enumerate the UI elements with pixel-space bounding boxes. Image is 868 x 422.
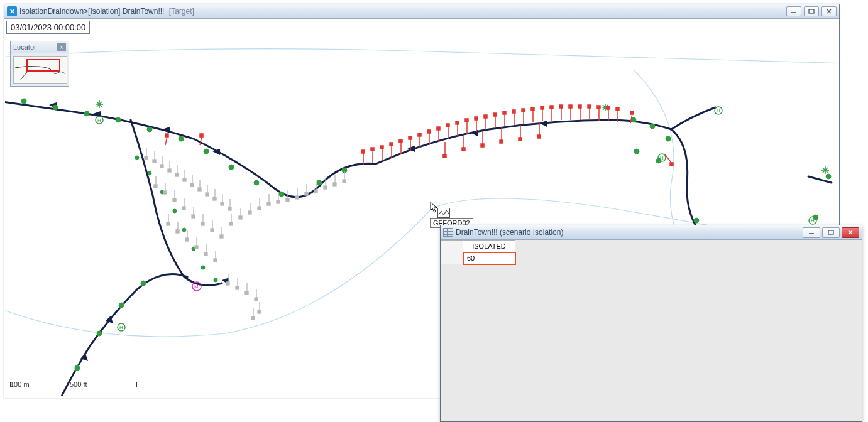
svg-rect-81: [190, 183, 194, 187]
svg-point-20: [204, 149, 209, 154]
locator-header[interactable]: Locator ×: [11, 41, 69, 53]
svg-rect-157: [251, 316, 255, 320]
svg-rect-71: [153, 160, 156, 163]
svg-rect-221: [500, 140, 503, 143]
svg-line-230: [165, 136, 167, 145]
cell-isolated-value[interactable]: 60: [463, 252, 515, 264]
svg-rect-129: [267, 202, 270, 205]
app-icon: ✕: [7, 6, 17, 16]
svg-rect-105: [211, 229, 214, 232]
svg-rect-189: [503, 111, 506, 114]
svg-rect-177: [446, 124, 449, 127]
svg-rect-107: [220, 235, 223, 238]
svg-rect-143: [333, 183, 336, 186]
grid-window: DrainTown!!! (scenario Isolation) ISOLAT…: [440, 225, 862, 422]
cursor-select-badge-icon: [437, 208, 450, 218]
minimize-button[interactable]: [786, 6, 801, 16]
svg-rect-197: [541, 106, 544, 109]
svg-rect-73: [160, 165, 163, 168]
table-row[interactable]: 60: [441, 252, 515, 264]
svg-rect-227: [630, 111, 634, 114]
svg-rect-237: [828, 230, 833, 234]
svg-rect-161: [371, 148, 374, 151]
map-window-titlebar[interactable]: ✕ IsolationDraindown>[Isolation] DrainTo…: [4, 4, 839, 19]
title-secondary: [Target]: [169, 7, 194, 16]
locator-viewport-rect[interactable]: [26, 59, 60, 72]
row-header[interactable]: [441, 252, 463, 264]
svg-text:H: H: [119, 325, 123, 330]
svg-rect-209: [597, 106, 600, 109]
svg-point-23: [279, 192, 284, 197]
grid-minimize-button[interactable]: [803, 227, 820, 238]
svg-rect-183: [475, 117, 478, 120]
svg-point-32: [201, 266, 205, 269]
timestamp-value: 03/01/2023 00:00:00: [11, 23, 85, 32]
svg-rect-175: [437, 127, 440, 130]
locator-body[interactable]: [11, 53, 69, 86]
svg-rect-181: [465, 119, 468, 122]
svg-rect-163: [380, 146, 383, 149]
svg-rect-101: [192, 215, 195, 218]
svg-point-22: [254, 180, 259, 185]
svg-rect-95: [163, 191, 167, 194]
svg-rect-77: [175, 173, 179, 176]
svg-rect-231: [165, 134, 168, 137]
svg-rect-85: [206, 193, 209, 196]
timestamp-box: 03/01/2023 00:00:00: [6, 21, 90, 34]
svg-rect-139: [314, 190, 317, 193]
table-header-row: ISOLATED: [441, 241, 515, 252]
svg-rect-193: [522, 109, 525, 112]
grid-maximize-button[interactable]: [822, 227, 840, 238]
grid-close-button[interactable]: [842, 227, 859, 238]
svg-rect-1: [809, 9, 814, 13]
svg-rect-211: [607, 106, 610, 109]
locator-minimap[interactable]: [13, 56, 67, 84]
maximize-button[interactable]: [804, 6, 819, 16]
locator-close-button[interactable]: ×: [57, 43, 66, 51]
grid-window-button-group: [803, 227, 859, 238]
svg-text:H: H: [717, 108, 720, 114]
svg-point-15: [53, 105, 58, 110]
svg-rect-141: [324, 186, 327, 189]
svg-rect-91: [228, 207, 231, 210]
svg-rect-223: [519, 138, 522, 141]
svg-rect-93: [154, 185, 157, 188]
grid-icon: [443, 228, 453, 237]
svg-rect-219: [481, 144, 484, 147]
grid-window-titlebar[interactable]: DrainTown!!! (scenario Isolation): [441, 225, 862, 240]
svg-rect-137: [305, 192, 308, 195]
svg-rect-147: [226, 282, 229, 285]
close-button[interactable]: [821, 6, 837, 16]
svg-point-41: [634, 149, 639, 154]
svg-text:M: M: [194, 284, 199, 289]
column-header-isolated[interactable]: ISOLATED: [463, 241, 515, 252]
svg-point-30: [182, 228, 186, 232]
locator-title: Locator: [13, 43, 57, 51]
svg-point-40: [666, 136, 671, 141]
corner-cell[interactable]: [441, 241, 463, 252]
svg-rect-135: [295, 196, 299, 199]
svg-point-21: [229, 165, 234, 170]
svg-point-33: [214, 278, 217, 282]
svg-rect-111: [176, 230, 179, 233]
data-grid[interactable]: ISOLATED 60: [441, 240, 515, 264]
svg-rect-217: [462, 148, 465, 151]
svg-rect-179: [456, 121, 459, 124]
svg-rect-225: [537, 135, 541, 138]
svg-rect-89: [221, 202, 224, 205]
svg-point-26: [135, 156, 139, 160]
svg-rect-145: [343, 180, 346, 183]
locator-panel[interactable]: Locator ×: [10, 41, 69, 87]
svg-rect-215: [443, 154, 446, 158]
svg-rect-133: [286, 198, 289, 202]
svg-rect-199: [550, 106, 553, 109]
grid-body[interactable]: ISOLATED 60: [441, 240, 862, 421]
svg-point-34: [75, 365, 80, 371]
svg-rect-83: [198, 188, 201, 191]
svg-rect-121: [229, 222, 233, 225]
svg-text:H: H: [97, 117, 101, 123]
svg-point-16: [84, 111, 89, 116]
svg-point-19: [179, 136, 184, 141]
svg-point-27: [148, 171, 151, 175]
svg-rect-173: [427, 130, 431, 133]
